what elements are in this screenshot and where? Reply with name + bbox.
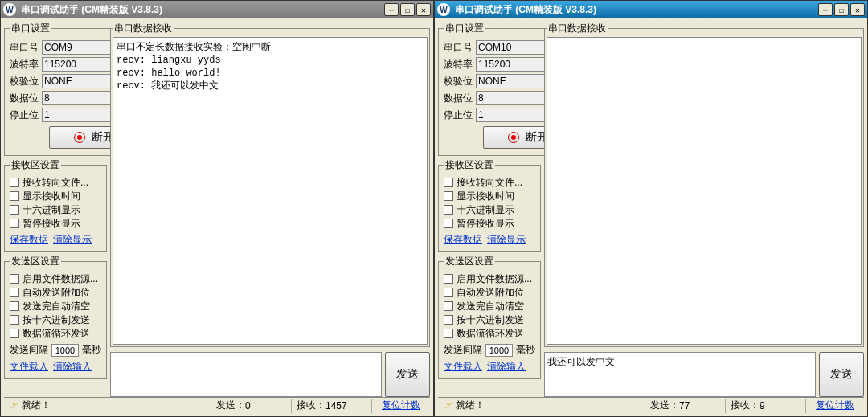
- send-opt-3-checkbox[interactable]: [10, 315, 19, 325]
- port-settings-legend: 串口设置: [444, 22, 485, 35]
- recv-opt-2-label: 十六进制显示: [457, 203, 514, 217]
- recv-data-box: 串口不定长数据接收实验：空闲中断 recv: liangxu yyds recv…: [113, 37, 428, 345]
- interval-input[interactable]: [485, 344, 513, 357]
- recv-opt-1-label: 显示接收时间: [23, 190, 80, 203]
- send-opt-2-checkbox[interactable]: [10, 301, 19, 311]
- status-bar: ☞就绪！发送：0接收：1457复位计数: [4, 397, 430, 413]
- send-opt-4-checkbox[interactable]: [10, 329, 19, 338]
- sent-label: 发送：: [216, 399, 245, 412]
- recv-opt-3-checkbox[interactable]: [10, 219, 19, 228]
- send-opt-4-label: 数据流循环发送: [23, 327, 90, 341]
- window-title: 串口调试助手 (CM精装版 V3.8.3): [455, 3, 596, 17]
- clear-display-link[interactable]: 清除显示: [53, 233, 92, 247]
- recv-data-group: 串口数据接收串口不定长数据接收实验：空闲中断 recv: liangxu yyd…: [110, 22, 430, 347]
- reset-count-link[interactable]: 复位计数: [811, 399, 859, 412]
- recv-opt-1-checkbox[interactable]: [444, 191, 453, 201]
- recv-opt-3-label: 暂停接收显示: [23, 217, 80, 231]
- send-opt-4-checkbox[interactable]: [444, 329, 453, 338]
- recv-value: 1457: [326, 400, 347, 411]
- file-load-link[interactable]: 文件载入: [444, 360, 482, 374]
- status-bar: ☞就绪！发送：77接收：9复位计数: [438, 397, 864, 413]
- baud-label: 波特率: [10, 58, 40, 72]
- port-label: 串口号: [10, 41, 40, 55]
- file-load-link[interactable]: 文件载入: [10, 360, 48, 374]
- stop-label: 停止位: [444, 108, 474, 122]
- minimize-button[interactable]: —: [384, 3, 399, 16]
- titlebar[interactable]: W串口调试助手 (CM精装版 V3.8.3)—☐✕: [435, 1, 867, 18]
- recv-opt-2-checkbox[interactable]: [10, 205, 19, 215]
- recv-opt-0-checkbox[interactable]: [10, 178, 19, 187]
- record-icon: [508, 132, 519, 143]
- recv-opt-0-checkbox[interactable]: [444, 178, 453, 187]
- send-input[interactable]: [544, 352, 816, 397]
- hand-icon: ☞: [9, 399, 18, 411]
- clear-display-link[interactable]: 清除显示: [487, 233, 526, 247]
- app-window: W串口调试助手 (CM精装版 V3.8.3)—☐✕串口设置串口号▼波特率▼校验位…: [0, 0, 434, 417]
- recv-opt-0-label: 接收转向文件...: [23, 176, 88, 190]
- recv-opt-3-label: 暂停接收显示: [457, 217, 514, 231]
- clear-input-link[interactable]: 清除输入: [53, 360, 92, 374]
- send-opt-0-label: 启用文件数据源...: [23, 272, 98, 286]
- recv-settings-legend: 接收区设置: [10, 158, 61, 172]
- recv-opt-0-label: 接收转向文件...: [457, 176, 522, 190]
- send-opt-3-label: 按十六进制发送: [457, 313, 524, 327]
- send-opt-3-checkbox[interactable]: [444, 315, 453, 325]
- send-opt-2-label: 发送完自动清空: [23, 300, 90, 313]
- titlebar[interactable]: W串口调试助手 (CM精装版 V3.8.3)—☐✕: [1, 1, 433, 18]
- send-button[interactable]: 发送: [819, 352, 864, 397]
- send-opt-0-checkbox[interactable]: [444, 274, 453, 284]
- interval-unit: 毫秒: [516, 343, 535, 357]
- recv-data-box: [547, 37, 862, 345]
- data-label: 数据位: [444, 92, 474, 105]
- minimize-button[interactable]: —: [818, 3, 833, 16]
- clear-input-link[interactable]: 清除输入: [487, 360, 526, 374]
- send-settings-group: 发送区设置启用文件数据源...自动发送附加位发送完自动清空按十六进制发送数据流循…: [4, 255, 107, 379]
- maximize-button[interactable]: ☐: [400, 3, 415, 16]
- send-opt-1-label: 自动发送附加位: [23, 286, 90, 300]
- send-opt-1-label: 自动发送附加位: [457, 286, 524, 300]
- interval-label: 发送间隔: [444, 343, 482, 357]
- send-settings-legend: 发送区设置: [444, 255, 495, 268]
- recv-settings-group: 接收区设置接收转向文件...显示接收时间十六进制显示暂停接收显示保存数据清除显示: [438, 158, 541, 252]
- hand-icon: ☞: [443, 399, 452, 411]
- send-opt-3-label: 按十六进制发送: [23, 313, 90, 327]
- parity-label: 校验位: [444, 75, 474, 88]
- data-label: 数据位: [10, 92, 40, 105]
- maximize-button[interactable]: ☐: [834, 3, 849, 16]
- port-label: 串口号: [444, 41, 474, 55]
- interval-label: 发送间隔: [10, 343, 48, 357]
- send-opt-1-checkbox[interactable]: [10, 288, 19, 297]
- reset-count-link[interactable]: 复位计数: [377, 399, 425, 412]
- save-data-link[interactable]: 保存数据: [10, 233, 48, 247]
- send-settings-legend: 发送区设置: [10, 255, 61, 268]
- recv-label: 接收：: [731, 399, 760, 412]
- sent-label: 发送：: [650, 399, 679, 412]
- interval-input[interactable]: [51, 344, 79, 357]
- app-icon: W: [437, 3, 450, 16]
- sent-value: 0: [245, 400, 251, 411]
- send-opt-2-label: 发送完自动清空: [457, 300, 524, 313]
- recv-settings-group: 接收区设置接收转向文件...显示接收时间十六进制显示暂停接收显示保存数据清除显示: [4, 158, 107, 252]
- send-opt-2-checkbox[interactable]: [444, 301, 453, 311]
- app-icon: W: [3, 3, 16, 16]
- recv-value: 9: [760, 400, 765, 411]
- send-opt-4-label: 数据流循环发送: [457, 327, 524, 341]
- recv-data-group: 串口数据接收: [544, 22, 864, 347]
- send-input[interactable]: [110, 352, 382, 397]
- recv-opt-1-label: 显示接收时间: [457, 190, 514, 203]
- close-button[interactable]: ✕: [850, 3, 865, 16]
- parity-label: 校验位: [10, 75, 40, 88]
- recv-label: 接收：: [297, 399, 326, 412]
- recv-opt-2-label: 十六进制显示: [23, 203, 80, 217]
- baud-label: 波特率: [444, 58, 474, 72]
- send-button[interactable]: 发送: [385, 352, 430, 397]
- recv-opt-1-checkbox[interactable]: [10, 191, 19, 201]
- status-ready: 就绪！: [22, 399, 51, 412]
- recv-opt-3-checkbox[interactable]: [444, 219, 453, 228]
- recv-data-legend: 串口数据接收: [113, 22, 174, 35]
- recv-opt-2-checkbox[interactable]: [444, 205, 453, 215]
- send-opt-1-checkbox[interactable]: [444, 288, 453, 297]
- save-data-link[interactable]: 保存数据: [444, 233, 482, 247]
- close-button[interactable]: ✕: [416, 3, 431, 16]
- send-opt-0-checkbox[interactable]: [10, 274, 19, 284]
